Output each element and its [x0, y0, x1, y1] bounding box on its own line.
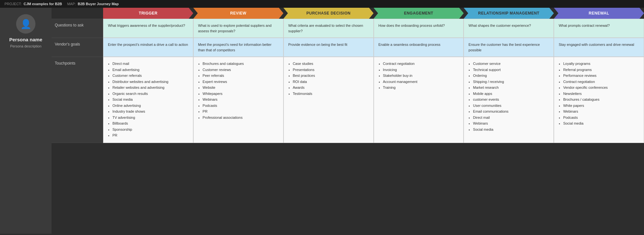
- avatar: 👤: [16, 14, 35, 34]
- list-item: Direct mail: [473, 115, 549, 120]
- list-item: Social media: [473, 127, 549, 132]
- list-item: White papers: [563, 103, 639, 108]
- list-item: PR: [112, 133, 188, 138]
- person-icon: 👤: [20, 19, 32, 29]
- list-item: Presentations: [293, 67, 369, 73]
- list-item: Social media: [112, 97, 188, 102]
- touchpoints-cell-2: Case studiesPresentationsBest practicesR…: [284, 57, 374, 143]
- list-item: Organic search results: [112, 91, 188, 97]
- goals-cell-3: Enable a seamless onboarding process: [374, 38, 464, 57]
- header-spacer: [52, 8, 103, 19]
- touchpoints-cell-5: Loyalty programsReferral programsPerform…: [554, 57, 644, 143]
- questions-cell-0: What triggers awareness of the supplier/…: [103, 19, 193, 38]
- list-item: Technical support: [473, 67, 549, 73]
- list-item: Contract negotiation: [383, 61, 459, 66]
- list-item: customer events: [473, 97, 549, 102]
- list-item: Online advertising: [112, 103, 188, 108]
- persona-description: Persona description: [10, 44, 41, 48]
- list-item: Webinars: [203, 97, 279, 102]
- list-item: Brochures / catalogues: [563, 97, 639, 102]
- list-item: Testimonials: [293, 91, 369, 97]
- main-layout: 👤 Persona name Persona description TRIGG…: [0, 8, 644, 234]
- list-item: Shipping / receiving: [473, 79, 549, 85]
- list-item: Best practices: [293, 73, 369, 78]
- list-item: Podcasts: [563, 115, 639, 120]
- list-item: Webinars: [473, 121, 549, 126]
- goals-cell-4: Ensure the customer has the best experie…: [464, 38, 554, 57]
- questions-cell-5: What prompts contract renewal?: [554, 19, 644, 38]
- list-item: ROI data: [293, 79, 369, 85]
- stage-header-purchase: PURCHASE DECISION: [284, 8, 374, 19]
- list-item: Industry trade shows: [112, 109, 188, 114]
- list-item: Performance reviews: [563, 73, 639, 78]
- questions-cell-4: What shapes the customer experience?: [464, 19, 554, 38]
- sidebar: 👤 Persona name Persona description: [0, 8, 52, 234]
- goals-cell-1: Meet the prospect's need for information…: [193, 38, 284, 57]
- map-label: MAP:: [67, 2, 76, 6]
- list-item: Distributor websites and advertising: [112, 79, 188, 85]
- questions-cell-2: What criteria are evaluated to select th…: [284, 19, 374, 38]
- goals-cell-5: Stay engaged with customers and drive re…: [554, 38, 644, 57]
- list-item: Awards: [293, 85, 369, 90]
- list-item: Sponsorship: [112, 127, 188, 132]
- list-item: Email advertising: [112, 67, 188, 73]
- section-label-questions: Questions to ask: [52, 19, 103, 38]
- touchpoints-cell-0: Direct mailEmail advertisingCustomer ref…: [103, 57, 193, 143]
- list-item: Billboards: [112, 121, 188, 126]
- content-area: TRIGGERREVIEWPURCHASE DECISIONENGAGEMENT…: [52, 8, 644, 234]
- persona-name: Persona name: [9, 37, 43, 42]
- stage-header-renewal: RENEWAL: [554, 8, 644, 19]
- list-item: Social media: [563, 121, 639, 126]
- section-label-touchpoints: Touchpoints: [52, 57, 103, 143]
- list-item: Email communications: [473, 109, 549, 114]
- list-item: Customer service: [473, 61, 549, 66]
- goals-cell-2: Provide evidence on being the best fit: [284, 38, 374, 57]
- list-item: Training: [383, 85, 459, 90]
- project-value: CJM examples for B2B: [24, 2, 62, 6]
- section-label-goals: Vendor's goals: [52, 38, 103, 57]
- list-item: Podcasts: [203, 103, 279, 108]
- list-item: Peer referrals: [203, 73, 279, 78]
- list-item: Customer referrals: [112, 73, 188, 78]
- goals-cell-0: Enter the prospect's mindset a drive a c…: [103, 38, 193, 57]
- journey-table: TRIGGERREVIEWPURCHASE DECISIONENGAGEMENT…: [52, 8, 644, 143]
- stage-header-relationship: RELATIONSHIP MANAGEMENT: [464, 8, 554, 19]
- list-item: Retailer websites and advertising: [112, 85, 188, 90]
- list-item: Case studies: [293, 61, 369, 66]
- list-item: Vendor-specific conferences: [563, 85, 639, 90]
- list-item: Mobile apps: [473, 91, 549, 97]
- list-item: PR: [203, 109, 279, 114]
- list-item: Market research: [473, 85, 549, 90]
- touchpoints-cell-4: Customer serviceTechnical supportOrderin…: [464, 57, 554, 143]
- list-item: Stakeholder buy-in: [383, 73, 459, 78]
- list-item: Brochures and catalogues: [203, 61, 279, 66]
- list-item: Contract negotiation: [563, 79, 639, 85]
- list-item: Account management: [383, 79, 459, 85]
- list-item: Referral programs: [563, 67, 639, 73]
- list-item: Expert revirews: [203, 79, 279, 85]
- list-item: User communities: [473, 103, 549, 108]
- list-item: Loyalty programs: [563, 61, 639, 66]
- stage-header-review: REVIEW: [193, 8, 284, 19]
- list-item: TV advertising: [112, 115, 188, 120]
- list-item: Whitepapers: [203, 91, 279, 97]
- touchpoints-cell-1: Brochures and cataloguesCustomer reviews…: [193, 57, 284, 143]
- map-value: B2B Buyer Journey Map: [78, 2, 119, 6]
- list-item: Webinars: [563, 109, 639, 114]
- project-label: PROJECT:: [5, 2, 22, 6]
- list-item: Direct mail: [112, 61, 188, 66]
- list-item: Professional associations: [203, 115, 279, 120]
- questions-cell-1: What is used to explore potential suppli…: [193, 19, 284, 38]
- questions-cell-3: How does the onboarding process unfold?: [374, 19, 464, 38]
- list-item: Newsletters: [563, 91, 639, 97]
- list-item: Invoicing: [383, 67, 459, 73]
- touchpoints-cell-3: Contract negotiationInvoicingStakeholder…: [374, 57, 464, 143]
- list-item: Ordering: [473, 73, 549, 78]
- list-item: Customer reviews: [203, 67, 279, 73]
- stage-header-engagement: ENGAGEMENT: [374, 8, 464, 19]
- top-bar: PROJECT: CJM examples for B2B MAP: B2B B…: [0, 0, 644, 8]
- list-item: Website: [203, 85, 279, 90]
- stage-header-trigger: TRIGGER: [103, 8, 193, 19]
